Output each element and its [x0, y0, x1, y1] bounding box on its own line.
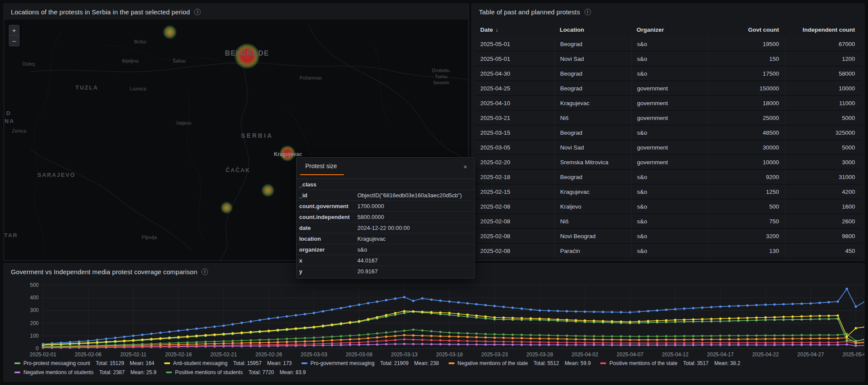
- info-icon[interactable]: i: [201, 269, 208, 275]
- map-panel-header: Locations of the protests in Serbia in t…: [4, 4, 469, 20]
- heatmap-blob[interactable]: [262, 184, 274, 196]
- column-header-govt-count[interactable]: Govt count: [708, 27, 785, 33]
- series-point: [656, 339, 658, 341]
- tooltip-field-value: 20.9167: [357, 268, 470, 275]
- table-cell: Sremska Mitrovica: [554, 155, 631, 169]
- table-cell: 4200: [785, 185, 861, 199]
- legend-item: Pro-government messagingTotal: 21909Mean…: [301, 360, 439, 366]
- series-point: [304, 313, 306, 315]
- table-cell: 325000: [785, 126, 861, 139]
- legend-series-name[interactable]: Pro-government messaging: [310, 360, 374, 366]
- table-cell: 48500: [708, 126, 785, 139]
- series-point: [168, 331, 171, 333]
- series-point: [259, 344, 261, 346]
- x-axis-tick-label: 2025-03-13: [391, 352, 418, 358]
- table-cell: 2025-04-10: [475, 100, 554, 106]
- series-point: [132, 339, 134, 341]
- series-point: [367, 302, 369, 304]
- table-cell: 5000: [785, 140, 861, 154]
- series-point: [638, 339, 640, 341]
- series-point: [457, 313, 459, 315]
- series-point: [575, 319, 577, 321]
- legend-series-name[interactable]: Pro-protest messaging count: [23, 360, 90, 366]
- series-point: [493, 337, 495, 339]
- series-point: [331, 323, 333, 325]
- zoom-out-button[interactable]: −: [9, 36, 19, 46]
- x-axis-tick-label: 2025-02-11: [120, 352, 147, 358]
- column-header-independent-count[interactable]: Independent count: [785, 27, 861, 33]
- series-point: [530, 309, 532, 311]
- series-point: [710, 335, 713, 337]
- zoom-in-button[interactable]: +: [9, 25, 19, 36]
- series-point: [584, 311, 586, 313]
- series-point: [620, 339, 622, 341]
- tooltip-field-value: 1700.0000: [357, 203, 470, 209]
- tooltip-field-key: organizer: [299, 246, 357, 253]
- column-header-location[interactable]: Location: [554, 27, 631, 33]
- series-point: [855, 327, 857, 329]
- series-point: [521, 341, 523, 343]
- series-point: [647, 344, 649, 346]
- legend-series-name[interactable]: Negative mentions of the state: [458, 360, 528, 366]
- close-icon[interactable]: ×: [462, 163, 469, 171]
- tooltip-field-key: count.independent: [299, 214, 357, 220]
- series-point: [638, 344, 640, 346]
- legend-item: Negative mentions of studentsTotal: 2387…: [14, 369, 156, 375]
- series-point: [78, 345, 80, 347]
- table-cell: s&o: [631, 66, 708, 80]
- table-cell: s&o: [631, 244, 708, 258]
- table-cell: 58000: [785, 66, 861, 80]
- series-point: [809, 344, 812, 346]
- info-icon[interactable]: i: [194, 9, 201, 15]
- series-point: [728, 320, 730, 322]
- series-point: [575, 344, 577, 346]
- legend-series-name[interactable]: Anti-student messaging: [173, 360, 228, 366]
- series-point: [818, 342, 821, 344]
- legend-series-name[interactable]: Positive mentions of the state: [609, 360, 677, 366]
- table-cell: Paraćin: [554, 244, 631, 258]
- table-panel-title[interactable]: Table of past and planned protests: [479, 8, 580, 16]
- series-point: [358, 344, 360, 346]
- series-point: [313, 337, 315, 339]
- series-point: [756, 335, 758, 337]
- series-point: [828, 344, 830, 346]
- info-icon[interactable]: i: [584, 9, 591, 15]
- series-point: [385, 335, 387, 338]
- series-point: [837, 341, 839, 343]
- series-point: [683, 319, 685, 321]
- dashboard: { "theme": { "accent_color": "#FF780A", …: [0, 0, 868, 385]
- series-point: [493, 340, 495, 342]
- series-point: [728, 338, 730, 340]
- legend-series-name[interactable]: Negative mentions of students: [23, 369, 93, 375]
- series-point: [512, 344, 514, 346]
- series-point: [746, 319, 749, 322]
- map-panel-title[interactable]: Locations of the protests in Serbia in t…: [11, 8, 190, 16]
- series-point: [638, 335, 640, 338]
- series-point: [629, 339, 631, 341]
- series-point: [412, 329, 414, 331]
- series-point: [322, 325, 324, 327]
- series-point: [376, 340, 378, 342]
- series-point: [385, 299, 387, 301]
- series-point: [385, 343, 387, 345]
- series-point: [475, 336, 478, 338]
- column-header-date[interactable]: Date↓: [475, 27, 554, 33]
- table-row: 2025-02-15Kragujevacs&o12504200: [475, 185, 861, 199]
- series-point: [548, 309, 550, 312]
- series-point: [105, 338, 107, 340]
- heatmap-blob[interactable]: [163, 26, 176, 39]
- series-point: [710, 342, 713, 344]
- series-point: [502, 306, 505, 308]
- series-point: [728, 305, 730, 307]
- legend-series-name[interactable]: Positive mentions of students: [175, 369, 243, 375]
- column-header-organizer[interactable]: Organizer: [631, 27, 708, 33]
- series-point: [828, 315, 830, 317]
- series-point: [439, 339, 442, 342]
- legend-item: Anti-student messagingTotal: 15957Mean: …: [164, 360, 292, 366]
- chart-panel-title[interactable]: Goverment vs Independent media protest c…: [11, 268, 197, 275]
- tooltip-field-key: location: [299, 236, 357, 242]
- map-place-label: Drobeta-Turnu Severin: [428, 68, 455, 86]
- tooltip-row: _class: [297, 179, 474, 189]
- heatmap-blob[interactable]: [221, 202, 232, 213]
- series-point: [756, 304, 758, 306]
